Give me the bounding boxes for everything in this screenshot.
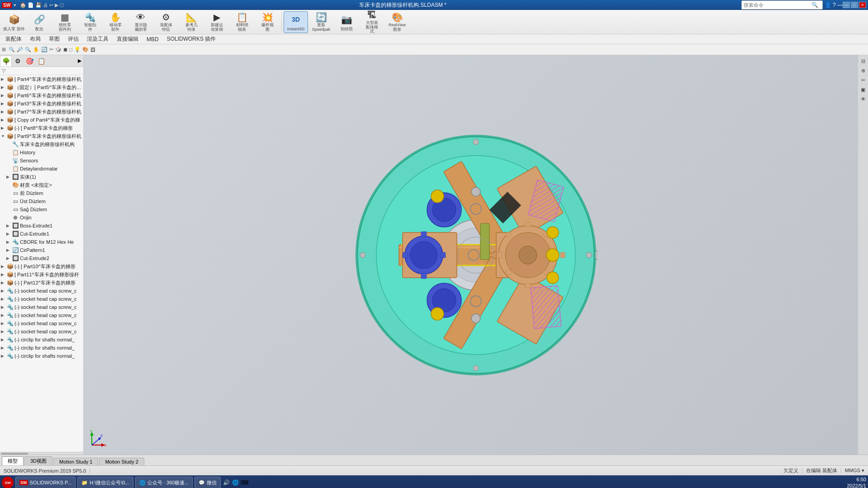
menu-evaluate[interactable]: 评估 bbox=[64, 34, 82, 44]
tree-item-part9[interactable]: ▼ 📦 [ Part9^车床卡盘的梯形缲杆机 bbox=[0, 132, 83, 140]
tab-3dview[interactable]: 3D视图 bbox=[24, 456, 52, 465]
tree-item-cbore[interactable]: ▶ 🔩 CBORE for M12 Hex He bbox=[5, 238, 83, 246]
tree-item-boss-extrude1[interactable]: ▶ 🔲 Boss-Extrude1 bbox=[5, 222, 83, 230]
tree-item-part12[interactable]: ▶ 📦 (-) [ Part12^车床卡盘的梯形 bbox=[0, 279, 83, 287]
reference-geometry-button[interactable]: 📐 参考几何体 bbox=[179, 11, 204, 33]
menu-assembly[interactable]: 装配体 bbox=[2, 34, 25, 44]
tree-item-solid1[interactable]: ▶ 🔲 实体(1) bbox=[5, 173, 83, 181]
instant3d-button[interactable]: 3D Instant3D bbox=[284, 11, 308, 33]
explode-view-button[interactable]: 💥 爆炸视图 bbox=[255, 11, 280, 33]
network-icon[interactable]: 🌐 bbox=[232, 479, 239, 486]
menu-layout[interactable]: 布局 bbox=[26, 34, 44, 44]
menu-sketch[interactable]: 草图 bbox=[45, 34, 63, 44]
help-icon[interactable]: 👤 ? — bbox=[825, 2, 843, 8]
linear-pattern-button[interactable]: ▦ 线性零部件列 bbox=[52, 11, 77, 33]
tree-item-part11[interactable]: ▶ 📦 [ Part11^车床卡盘的梯形缲杆 bbox=[0, 270, 83, 279]
tree-item-part3[interactable]: ▶ 📦 [ Part3^车床卡盘的梯形缲杆机 bbox=[0, 99, 83, 108]
new-motion-button[interactable]: ▶ 新建运动算例 bbox=[204, 11, 229, 33]
tree-item-socket5[interactable]: ▶ 🔩 (-) socket head cap screw_c bbox=[0, 319, 83, 327]
config-tab[interactable]: 🎯 bbox=[24, 56, 35, 66]
horizontal-scrollbar[interactable] bbox=[1, 453, 28, 455]
taskbar-app-wechat[interactable]: 💬 微信 bbox=[194, 477, 221, 488]
tree-item-front-plane[interactable]: ▭ 前 Düzlem bbox=[5, 189, 83, 197]
wireframe-icon[interactable]: □ bbox=[69, 47, 72, 52]
display-style-btn[interactable]: ▣ bbox=[859, 85, 867, 94]
tab-motion-study-1[interactable]: Motion Study 1 bbox=[53, 458, 98, 465]
tree-item-part4[interactable]: ▶ 📦 [ Part4^车床卡盘的梯形缲杆机 bbox=[0, 75, 83, 83]
volume-icon[interactable]: 🔊 bbox=[223, 479, 230, 486]
tree-item-cut-extrude1[interactable]: ▶ 🔲 Cut-Extrude1 bbox=[5, 230, 83, 238]
panel-expand[interactable]: ▶ bbox=[78, 58, 81, 64]
command-search[interactable]: 🔍 bbox=[741, 0, 823, 9]
tree-item-part8[interactable]: ▶ 📦 (-) [ Part8^车床卡盘的梯形 bbox=[0, 124, 83, 132]
tree-item-socket3[interactable]: ▶ 🔩 (-) socket head cap screw_c bbox=[0, 303, 83, 311]
mate-button[interactable]: 🔗 配合 bbox=[27, 11, 52, 33]
scene-icon[interactable]: 🖼 bbox=[90, 47, 95, 52]
tree-item-circlip2[interactable]: ▶ 🔩 (-) circlip for shafts normal_ bbox=[0, 344, 83, 352]
materials-button[interactable]: 📋 材料明细表 bbox=[230, 11, 254, 33]
section-view-btn[interactable]: ✂ bbox=[859, 76, 867, 84]
zoom-to-fit-icon[interactable]: 🔍 bbox=[9, 47, 15, 52]
menu-direct-edit[interactable]: 直接编辑 bbox=[113, 34, 142, 44]
close-button[interactable]: ✕ bbox=[859, 2, 866, 8]
zoom-out-icon[interactable]: 🔍 bbox=[25, 47, 31, 52]
zoom-fit-btn[interactable]: ⊕ bbox=[859, 66, 867, 75]
show-hidden-button[interactable]: 👁 显示隐藏的零 bbox=[128, 11, 153, 33]
properties-tab[interactable]: ⚙ bbox=[12, 56, 24, 66]
tree-item-detaylar[interactable]: 📋 Detaylandırmalar bbox=[5, 165, 83, 173]
tree-item-cirpattern1[interactable]: ▶ 🔄 CirPattern1 bbox=[5, 246, 83, 254]
large-assembly-button[interactable]: 🏗 大型装配体模式 bbox=[360, 11, 384, 33]
smart-fastener-button[interactable]: 🔩 智能扣件 bbox=[78, 11, 102, 33]
zoom-in-icon[interactable]: 🔎 bbox=[17, 47, 23, 52]
insert-part-button[interactable]: 📦 插入零 部件 bbox=[2, 11, 26, 33]
taskbar-app-sw[interactable]: SW SOLIDWORKS P... bbox=[15, 477, 76, 488]
tree-item-socket1[interactable]: ▶ 🔩 (-) socket head cap screw_c bbox=[0, 287, 83, 295]
start-button[interactable]: SW bbox=[2, 477, 14, 488]
taskbar-app-green[interactable]: 🌐 公众号 · 360极速... bbox=[135, 477, 193, 488]
appearance-icon[interactable]: 🎨 bbox=[82, 47, 89, 52]
feature-tree[interactable]: ▶ 📦 [ Part4^车床卡盘的梯形缲杆机 ▶ 📦 （固定）[ Part5^车… bbox=[0, 75, 83, 452]
maximize-button[interactable]: □ bbox=[851, 2, 858, 8]
shaded-icon[interactable]: ◼ bbox=[63, 47, 67, 52]
realview-button[interactable]: 🎨 RealView图形 bbox=[385, 11, 409, 33]
minimize-button[interactable]: — bbox=[843, 2, 850, 8]
tree-item-history[interactable]: 📋 History bbox=[5, 148, 83, 156]
tree-item-part7[interactable]: ▶ 📦 [ Part7^车床卡盘的梯形缲杆机 bbox=[0, 108, 83, 116]
keyboard-icon[interactable]: ⌨ bbox=[241, 479, 248, 486]
tab-model[interactable]: 模型 bbox=[2, 456, 24, 465]
quick-snapshot-button[interactable]: 📷 拍快照 bbox=[334, 11, 359, 33]
tree-item-part9-sub[interactable]: 🔧 车床卡盘的梯形缲杆机构 bbox=[5, 140, 83, 148]
view-orientation-btn[interactable]: ⊟ bbox=[859, 57, 867, 65]
menu-plugins[interactable]: SOLIDWORKS 插件 bbox=[163, 34, 220, 44]
tree-item-sensors[interactable]: 📡 Sensors bbox=[5, 156, 83, 165]
lights-icon[interactable]: 💡 bbox=[74, 47, 81, 52]
update-speedpak-button[interactable]: 🔄 更新Speedpak bbox=[309, 11, 333, 33]
tree-item-socket6[interactable]: ▶ 🔩 (-) socket head cap screw_c bbox=[0, 327, 83, 336]
appearance-tab[interactable]: 📋 bbox=[35, 56, 47, 66]
taskbar-app-explorer[interactable]: 📁 H:\微信公众号\0... bbox=[77, 477, 133, 488]
tree-item-part6[interactable]: ▶ 📦 [ Part6^车床卡盘的梯形缲杆机 bbox=[0, 91, 83, 99]
tree-item-socket2[interactable]: ▶ 🔩 (-) socket head cap screw_c bbox=[0, 295, 83, 303]
tree-item-copypart4[interactable]: ▶ 📦 [ Copy of Part4^车床卡盘的梯 bbox=[0, 116, 83, 124]
move-component-button[interactable]: ✋ 移动零部件 bbox=[103, 11, 128, 33]
tree-item-right-plane[interactable]: ▭ Sağ Düzlem bbox=[5, 205, 83, 213]
units[interactable]: MMGS ▾ bbox=[845, 468, 864, 474]
tree-item-cut-extrude2[interactable]: ▶ 🔲 Cut-Extrude2 bbox=[5, 254, 83, 262]
hide-show-btn[interactable]: 👁 bbox=[859, 95, 867, 103]
menu-mbd[interactable]: MBD bbox=[143, 35, 162, 43]
tree-item-socket4[interactable]: ▶ 🔩 (-) socket head cap screw_c bbox=[0, 311, 83, 319]
view-orientation-icon[interactable]: ⊞ bbox=[2, 47, 6, 52]
tree-item-top-plane[interactable]: ▭ Üst Düzlem bbox=[5, 197, 83, 205]
system-clock[interactable]: 6:50 2022/5/1 bbox=[847, 476, 866, 488]
tree-item-part5[interactable]: ▶ 📦 （固定）[ Part5^车床卡盘的梯形 bbox=[0, 83, 83, 91]
display-style-icon[interactable]: 🎲 bbox=[55, 47, 62, 52]
pan-icon[interactable]: ✋ bbox=[33, 47, 39, 52]
tree-item-material[interactable]: 🎨 材质 <未指定> bbox=[5, 181, 83, 189]
feature-tree-tab[interactable]: 🌳 bbox=[0, 56, 12, 66]
tab-motion-study-2[interactable]: Motion Study 2 bbox=[99, 458, 144, 465]
menu-render[interactable]: 渲染工具 bbox=[83, 34, 112, 44]
section-view-icon[interactable]: ✂ bbox=[49, 47, 53, 52]
tree-item-circlip3[interactable]: ▶ 🔩 (-) circlip for shafts normal_ bbox=[0, 352, 83, 360]
assembly-feature-button[interactable]: ⚙ 装配体特征 bbox=[154, 11, 178, 33]
tree-item-circlip1[interactable]: ▶ 🔩 (-) circlip for shafts normal_ bbox=[0, 336, 83, 344]
